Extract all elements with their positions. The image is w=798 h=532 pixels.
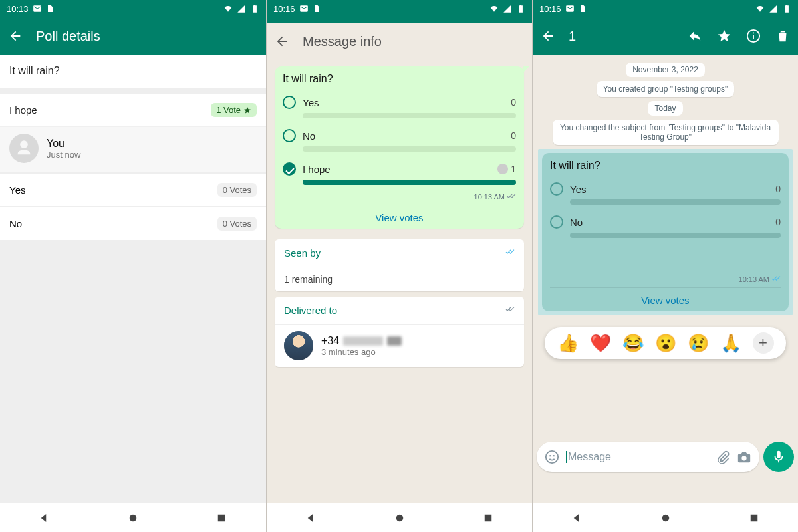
poll-question: It will rain? bbox=[283, 73, 516, 85]
gmail-icon bbox=[33, 4, 42, 13]
redacted-text bbox=[387, 336, 402, 346]
read-checks-icon bbox=[505, 247, 515, 259]
vote-count: 0 Votes bbox=[217, 183, 257, 197]
delivered-card: Delivered to +34 3 minutes ago bbox=[275, 297, 524, 367]
seen-card: Seen by 1 remaining bbox=[275, 239, 524, 291]
radio-icon[interactable] bbox=[550, 215, 563, 229]
poll-bar bbox=[570, 233, 781, 238]
selection-count: 1 bbox=[569, 29, 674, 44]
poll-bar bbox=[303, 113, 516, 118]
date-pill: November 3, 2022 bbox=[626, 63, 705, 77]
back-icon[interactable] bbox=[541, 29, 555, 43]
battery-icon bbox=[782, 4, 791, 13]
gmail-icon bbox=[299, 4, 309, 13]
svg-rect-11 bbox=[750, 514, 757, 521]
battery-icon bbox=[250, 4, 259, 13]
poll-option[interactable]: I hope 1 bbox=[283, 158, 516, 177]
mic-button[interactable] bbox=[763, 442, 794, 472]
nav-bar bbox=[533, 503, 798, 532]
camera-icon[interactable] bbox=[737, 450, 751, 464]
back-icon[interactable] bbox=[8, 29, 23, 43]
nav-recent-icon[interactable] bbox=[482, 512, 494, 524]
voter-row[interactable]: You Just now bbox=[0, 127, 266, 172]
poll-question: It will rain? bbox=[550, 160, 781, 172]
voter-time: Just now bbox=[47, 150, 80, 160]
star-icon[interactable] bbox=[717, 29, 732, 43]
document-icon bbox=[46, 5, 54, 13]
poll-option-block: I hope 1 Vote You Just now bbox=[0, 94, 266, 172]
svg-rect-5 bbox=[753, 35, 754, 39]
emoji-icon[interactable] bbox=[545, 450, 559, 464]
info-icon[interactable] bbox=[746, 29, 761, 43]
message-placeholder: Message bbox=[566, 451, 709, 463]
wifi-icon bbox=[489, 4, 499, 13]
reaction-sad[interactable]: 😢 bbox=[688, 333, 709, 354]
poll-option[interactable]: Yes 0 bbox=[550, 178, 781, 197]
status-bar: 10:16 bbox=[533, 0, 798, 17]
screen-chat-selected: 10:16 1 November 3, 2022 You created gro… bbox=[532, 0, 798, 532]
nav-recent-icon[interactable] bbox=[215, 512, 227, 524]
contact-row[interactable]: +34 3 minutes ago bbox=[284, 331, 515, 360]
radio-icon[interactable] bbox=[550, 182, 563, 196]
back-icon[interactable] bbox=[275, 34, 289, 49]
message-time: 10:13 AM bbox=[474, 193, 505, 201]
nav-back-icon[interactable] bbox=[39, 512, 51, 524]
vote-badge: 1 Vote bbox=[211, 103, 257, 117]
composer: Message bbox=[537, 442, 794, 472]
poll-bar bbox=[303, 180, 516, 185]
poll-option[interactable]: No 0 bbox=[283, 125, 516, 144]
reaction-wow[interactable]: 😮 bbox=[655, 333, 676, 354]
reaction-pray[interactable]: 🙏 bbox=[720, 333, 741, 354]
poll-details-body: It will rain? I hope 1 Vote You Just now bbox=[0, 55, 266, 503]
reaction-joy[interactable]: 😂 bbox=[622, 333, 644, 354]
selection-app-bar: 1 bbox=[533, 17, 798, 55]
status-bar: 10:16 bbox=[267, 0, 532, 17]
delivered-time: 3 minutes ago bbox=[321, 347, 402, 357]
poll-option[interactable]: No 0 bbox=[550, 211, 781, 230]
radio-icon[interactable] bbox=[283, 96, 296, 109]
radio-checked-icon[interactable] bbox=[283, 162, 296, 176]
reply-icon[interactable] bbox=[688, 29, 702, 43]
view-votes-link[interactable]: View votes bbox=[283, 205, 516, 225]
seen-title: Seen by bbox=[284, 247, 505, 259]
view-votes-link[interactable]: View votes bbox=[550, 287, 781, 307]
star-icon bbox=[243, 106, 251, 114]
reaction-picker[interactable]: 👍 ❤️ 😂 😮 😢 🙏 + bbox=[545, 327, 786, 359]
option-label: No bbox=[9, 218, 217, 229]
app-bar: Poll details bbox=[0, 17, 266, 55]
reaction-thumbsup[interactable]: 👍 bbox=[557, 333, 579, 354]
nav-home-icon[interactable] bbox=[394, 512, 406, 524]
double-check-icon bbox=[507, 192, 516, 202]
document-icon bbox=[313, 5, 321, 13]
wifi-icon bbox=[755, 4, 765, 13]
nav-back-icon[interactable] bbox=[305, 512, 317, 524]
poll-option-row[interactable]: No 0 Votes bbox=[0, 207, 266, 240]
delivered-checks-icon bbox=[505, 305, 515, 316]
screen-poll-details: 10:13 Poll details It will rain? I hope … bbox=[0, 0, 266, 532]
nav-recent-icon[interactable] bbox=[748, 512, 760, 524]
svg-point-9 bbox=[553, 455, 555, 456]
radio-icon[interactable] bbox=[283, 129, 296, 142]
svg-rect-3 bbox=[484, 514, 491, 521]
poll-bar bbox=[303, 146, 516, 152]
poll-option[interactable]: Yes 0 bbox=[283, 92, 516, 110]
avatar bbox=[9, 134, 39, 163]
app-bar: Message info bbox=[267, 23, 532, 60]
status-bar: 10:13 bbox=[0, 0, 266, 17]
vote-count: 0 Votes bbox=[217, 217, 257, 231]
svg-point-2 bbox=[396, 514, 403, 521]
nav-back-icon[interactable] bbox=[571, 512, 583, 524]
nav-home-icon[interactable] bbox=[660, 512, 672, 524]
attach-icon[interactable] bbox=[716, 450, 730, 464]
selected-message-wrap[interactable]: It will rain? Yes 0 No 0 10:13 AM bbox=[538, 149, 793, 315]
reaction-heart[interactable]: ❤️ bbox=[590, 333, 611, 354]
delivered-title: Delivered to bbox=[284, 305, 505, 316]
gmail-icon bbox=[565, 4, 575, 13]
chat-body: November 3, 2022 You created group "Test… bbox=[533, 55, 798, 503]
reaction-more-button[interactable]: + bbox=[753, 332, 774, 354]
redacted-text bbox=[343, 336, 383, 346]
delete-icon[interactable] bbox=[775, 29, 790, 43]
message-input[interactable]: Message bbox=[537, 442, 759, 472]
poll-option-row[interactable]: Yes 0 Votes bbox=[0, 174, 266, 206]
nav-home-icon[interactable] bbox=[127, 512, 139, 524]
